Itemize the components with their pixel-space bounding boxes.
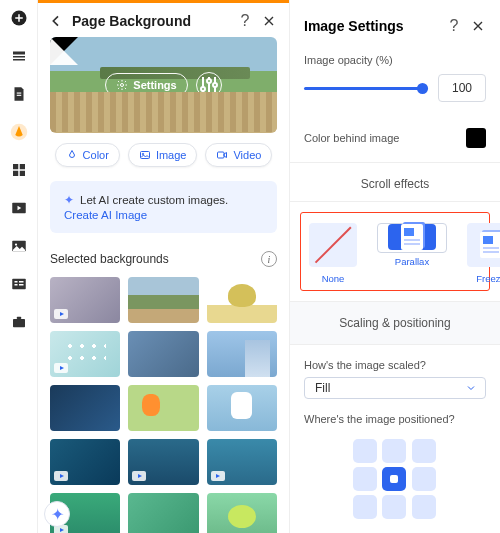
svg-rect-26 xyxy=(140,152,149,159)
bg-thumb[interactable] xyxy=(128,385,198,431)
pos-cell[interactable] xyxy=(353,495,377,519)
bg-thumb[interactable] xyxy=(50,439,120,485)
svg-rect-17 xyxy=(19,281,24,283)
bg-thumb[interactable] xyxy=(128,277,198,323)
svg-rect-4 xyxy=(16,93,21,94)
bg-thumb[interactable] xyxy=(128,493,198,533)
tab-color[interactable]: Color xyxy=(55,143,120,167)
svg-rect-1 xyxy=(13,52,25,55)
briefcase-icon[interactable] xyxy=(9,312,29,332)
bg-thumb[interactable] xyxy=(50,331,120,377)
opacity-slider[interactable] xyxy=(304,87,428,90)
bg-thumb[interactable] xyxy=(207,385,277,431)
settings-button[interactable]: Settings xyxy=(105,73,187,97)
pos-cell[interactable] xyxy=(382,439,406,463)
pos-cell[interactable] xyxy=(412,439,436,463)
bg-thumb[interactable] xyxy=(128,439,198,485)
settings-title: Image Settings xyxy=(304,18,446,34)
image-settings-panel: Image Settings ? Image opacity (%) 100 C… xyxy=(290,0,500,533)
help-icon[interactable]: ? xyxy=(446,18,462,34)
video-badge-icon xyxy=(54,309,68,319)
adjust-icon[interactable] xyxy=(196,72,222,98)
image-icon[interactable] xyxy=(9,236,29,256)
svg-rect-20 xyxy=(13,319,25,327)
video-badge-icon xyxy=(132,471,146,481)
bg-thumb[interactable] xyxy=(128,331,198,377)
scroll-effects-heading: Scroll effects xyxy=(290,163,500,202)
scroll-effect-freeze[interactable]: Freeze xyxy=(467,223,500,284)
pos-cell[interactable] xyxy=(353,439,377,463)
bg-thumb[interactable] xyxy=(207,439,277,485)
svg-point-24 xyxy=(207,79,211,83)
bg-thumb[interactable] xyxy=(50,385,120,431)
create-ai-image-link[interactable]: Create AI Image xyxy=(64,209,263,221)
ai-suggestion: ✦Let AI create custom images. Create AI … xyxy=(50,181,277,233)
scaling-heading: Scaling & positioning xyxy=(290,301,500,345)
bg-thumb[interactable] xyxy=(50,277,120,323)
apps-grid-icon[interactable] xyxy=(9,160,29,180)
svg-rect-16 xyxy=(14,281,17,283)
pos-cell[interactable] xyxy=(412,495,436,519)
chevron-down-icon xyxy=(465,382,477,394)
settings-label: Settings xyxy=(133,79,176,91)
help-icon[interactable]: ? xyxy=(237,13,253,29)
bg-thumb[interactable] xyxy=(207,493,277,533)
styles-icon[interactable] xyxy=(9,122,29,142)
selected-backgrounds-heading: Selected backgrounds xyxy=(50,252,261,266)
close-icon[interactable] xyxy=(261,13,277,29)
pos-cell[interactable] xyxy=(412,467,436,491)
svg-rect-5 xyxy=(16,95,21,96)
svg-rect-10 xyxy=(19,171,24,176)
svg-rect-28 xyxy=(218,152,225,158)
media-icon[interactable] xyxy=(9,198,29,218)
svg-rect-18 xyxy=(14,284,17,286)
pos-cell[interactable] xyxy=(382,495,406,519)
video-badge-icon xyxy=(54,363,68,373)
svg-point-23 xyxy=(201,87,205,91)
tab-video[interactable]: Video xyxy=(205,143,272,167)
bg-thumb[interactable] xyxy=(207,331,277,377)
panel-title: Page Background xyxy=(72,13,229,29)
back-icon[interactable] xyxy=(48,13,64,29)
page-icon[interactable] xyxy=(9,84,29,104)
svg-point-14 xyxy=(14,243,16,245)
svg-rect-7 xyxy=(13,164,18,169)
section-icon[interactable] xyxy=(9,46,29,66)
background-preview: Settings xyxy=(50,37,277,133)
svg-point-22 xyxy=(121,84,124,87)
info-icon[interactable]: i xyxy=(261,251,277,267)
pos-cell-selected[interactable] xyxy=(382,467,406,491)
tab-image[interactable]: Image xyxy=(128,143,198,167)
opacity-value[interactable]: 100 xyxy=(438,74,486,102)
add-icon[interactable] xyxy=(9,8,29,28)
background-type-tabs: Color Image Video xyxy=(50,143,277,167)
bg-thumb[interactable] xyxy=(207,277,277,323)
background-panel: Page Background ? Settings Color Image xyxy=(38,0,290,533)
svg-point-25 xyxy=(213,83,217,87)
position-question: Where's the image positioned? xyxy=(290,399,500,431)
svg-rect-9 xyxy=(13,171,18,176)
color-behind-label: Color behind image xyxy=(304,132,466,144)
ai-fab-icon[interactable]: ✦ xyxy=(44,501,70,527)
background-grid xyxy=(50,277,277,533)
color-swatch[interactable] xyxy=(466,128,486,148)
left-rail xyxy=(0,0,38,533)
scale-question: How's the image scaled? xyxy=(290,345,500,377)
video-badge-icon xyxy=(54,471,68,481)
scroll-effect-none[interactable]: None xyxy=(309,223,357,284)
svg-rect-3 xyxy=(13,59,25,61)
scroll-effects-highlight: None Parallax Freeze xyxy=(300,212,490,291)
pos-cell[interactable] xyxy=(353,467,377,491)
video-badge-icon xyxy=(211,471,225,481)
sparkle-icon: ✦ xyxy=(64,194,74,206)
data-icon[interactable] xyxy=(9,274,29,294)
scale-select[interactable]: Fill xyxy=(304,377,486,399)
svg-rect-21 xyxy=(16,317,21,319)
position-grid xyxy=(353,439,437,519)
scroll-effect-parallax[interactable]: Parallax xyxy=(377,223,447,253)
close-icon[interactable] xyxy=(470,18,486,34)
svg-rect-19 xyxy=(19,284,24,286)
opacity-label: Image opacity (%) xyxy=(304,54,486,66)
svg-rect-8 xyxy=(19,164,24,169)
svg-rect-2 xyxy=(13,56,25,58)
